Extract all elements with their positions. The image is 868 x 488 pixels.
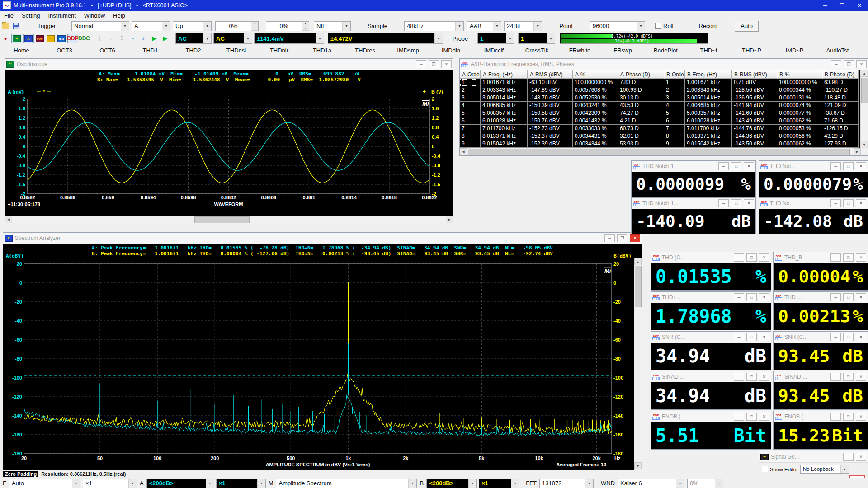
trigger-level-stepper[interactable]: 0%▲▼ xyxy=(215,21,259,31)
ddp-meter-titlebar[interactable]: DDPTHD_B─□✕ xyxy=(774,252,868,263)
column-header[interactable]: B-Phase (D) xyxy=(822,70,859,79)
minimize-button[interactable]: ─ xyxy=(718,162,729,170)
maximize-button[interactable]: □ xyxy=(746,333,757,341)
tab-frwhite[interactable]: FRwhite xyxy=(558,46,601,55)
spectrum-mode-select[interactable]: Amplitude Spectrum▼ xyxy=(276,479,417,488)
column-header[interactable]: A-Phase (D) xyxy=(618,70,664,79)
tab-bodeplot[interactable]: BodePlot xyxy=(644,46,687,55)
loopback-select[interactable]: No Loopback▼ xyxy=(800,465,849,474)
close-icon[interactable]: ✕ xyxy=(856,293,866,301)
minimize-button[interactable]: ─ xyxy=(816,0,834,11)
table-row[interactable]: 22.003343 kHz-147.89 dBV0.0057608 %100.9… xyxy=(460,86,861,94)
coupling-b-select[interactable]: AC▼ xyxy=(213,33,252,44)
tab-thd~p[interactable]: THD~P xyxy=(730,46,773,55)
menu-file[interactable]: File xyxy=(0,11,18,20)
ddp-meter-titlebar[interactable]: DDPENOB (...─□✕ xyxy=(651,411,771,422)
ddp-viewer-icon[interactable]: DDP xyxy=(67,34,78,43)
minimize-button[interactable]: ─ xyxy=(604,234,615,242)
column-header[interactable]: B-RMS (dBV) xyxy=(732,70,777,79)
ddp-meter-titlebar[interactable]: DDPTHD (C...─□✕ xyxy=(651,252,771,263)
run-indicator-icon[interactable]: ● xyxy=(0,34,10,43)
trigger-edge-select[interactable]: Up▼ xyxy=(173,21,212,31)
table-row[interactable]: 77.011700 kHz-152.73 dBV0.0033033 %60.73… xyxy=(460,125,861,132)
spectrum-titlebar[interactable]: ⌅ Spectrum Analyzer ─ ❐ ✕ xyxy=(3,233,642,244)
close-icon[interactable]: ✕ xyxy=(759,293,769,301)
maximize-button[interactable]: □ xyxy=(843,253,854,262)
minimize-button[interactable]: ─ xyxy=(830,199,841,207)
minimize-button[interactable]: ─ xyxy=(734,413,744,421)
sample-rate-select[interactable]: 48kHz▼ xyxy=(404,21,464,31)
tab-imd~p[interactable]: IMD~P xyxy=(773,46,816,55)
tab-thd2[interactable]: THD2 xyxy=(172,46,215,55)
roll-checkbox[interactable]: Roll xyxy=(655,23,673,29)
device-test-plan-icon[interactable]: Bit xyxy=(57,34,66,43)
maximize-button[interactable]: □ xyxy=(843,293,854,301)
minimize-button[interactable]: ─ xyxy=(830,293,841,301)
channels-select[interactable]: A&B▼ xyxy=(467,21,501,31)
tab-home[interactable]: Home xyxy=(0,46,43,55)
close-icon[interactable]: ✕ xyxy=(744,199,754,207)
freq-axis-mode-select[interactable]: Auto▼ xyxy=(9,479,80,488)
trigger-source-select[interactable]: A▼ xyxy=(132,21,170,31)
ddp-meter-titlebar[interactable]: DDPTHD+...─□✕ xyxy=(651,292,771,303)
range-a-select[interactable]: ±141.4mV▼ xyxy=(254,33,324,44)
close-icon[interactable]: ✕ xyxy=(759,333,769,341)
sound-output-icon[interactable]: ♪ xyxy=(138,34,148,43)
restore-button[interactable]: ❐ xyxy=(844,60,854,68)
maximize-button[interactable]: □ xyxy=(746,253,757,262)
menu-window[interactable]: Window xyxy=(80,11,109,20)
maximize-button[interactable]: □ xyxy=(731,162,741,170)
close-button[interactable]: ✕ xyxy=(851,0,868,11)
restore-button[interactable]: ❐ xyxy=(429,60,439,68)
maximize-button[interactable]: □ xyxy=(843,333,854,341)
ddp-meter-titlebar[interactable]: DDPTHD+...─□✕ xyxy=(774,292,868,303)
ddp-meter-titlebar[interactable]: DDPTHD Notch 1...─□✕ xyxy=(632,198,755,209)
column-header[interactable]: B-Order xyxy=(664,70,685,79)
ddp-meter-titlebar[interactable]: DDPENOB (...─□✕ xyxy=(774,411,868,422)
a-range-select[interactable]: <200dB>▼ xyxy=(146,479,214,488)
points-select[interactable]: 96000▼ xyxy=(590,21,645,31)
maximize-button[interactable]: □ xyxy=(746,413,757,421)
maximize-button[interactable]: □ xyxy=(843,162,854,170)
column-header[interactable]: A-% xyxy=(573,70,618,79)
table-row[interactable]: 99.015042 kHz-152.39 dBV0.0034344 %53.93… xyxy=(460,140,861,148)
scope-hscrollbar[interactable]: ◀▶ xyxy=(5,216,453,223)
column-header[interactable]: A-Order xyxy=(460,70,481,79)
maximize-button[interactable]: □ xyxy=(843,373,854,381)
tab-thdres[interactable]: THDres xyxy=(344,46,387,55)
tab-crosstlk[interactable]: CrossTlk xyxy=(515,46,558,55)
table-row[interactable]: 11.001671 kHz-63.10 dBV100.0000000 %7.83… xyxy=(460,79,861,86)
close-icon[interactable]: ✕ xyxy=(856,162,866,170)
close-icon[interactable]: ✕ xyxy=(856,373,866,381)
minimize-button[interactable]: ─ xyxy=(830,373,841,381)
ddp-meter-titlebar[interactable]: DDPSINAD ...─□✕ xyxy=(774,371,868,383)
ddp-meter-titlebar[interactable]: DDPTHD No...─□✕ xyxy=(759,198,868,209)
table-row[interactable]: 66.010028 kHz-150.76 dBV0.0041432 %4.21 … xyxy=(460,117,861,125)
tab-thd1[interactable]: THD1 xyxy=(129,46,172,55)
show-editor-checkbox[interactable]: Show Editor xyxy=(762,466,798,473)
maximize-button[interactable]: □ xyxy=(843,199,854,207)
menu-setting[interactable]: Setting xyxy=(18,11,44,20)
minimize-button[interactable]: ─ xyxy=(734,253,744,262)
spectrum-3d-plot-icon[interactable]: ≈ xyxy=(46,34,56,43)
save-file-icon[interactable] xyxy=(11,22,21,30)
minimize-button[interactable]: ─ xyxy=(718,199,729,207)
tab-imdsmp[interactable]: IMDsmp xyxy=(387,46,429,55)
harmonics-titlebar[interactable]: DDP A&B-Harmonic Frequencies, RMS, Phase… xyxy=(460,59,868,70)
oscilloscope-icon[interactable]: ~ xyxy=(11,34,22,43)
record-button[interactable]: Record xyxy=(694,21,722,31)
close-icon[interactable]: ✕ xyxy=(856,253,866,262)
multimeter-icon[interactable]: 000 xyxy=(35,34,45,43)
coupling-a-select[interactable]: AC▼ xyxy=(175,33,212,44)
column-header[interactable]: A-Freq. (Hz) xyxy=(481,70,528,79)
close-icon[interactable]: ✕ xyxy=(856,413,866,421)
harmonics-vscrollbar[interactable]: ▲▼ xyxy=(860,70,868,148)
minimize-button[interactable]: ─ xyxy=(830,162,841,170)
spectrum-analyzer-icon[interactable]: Λ xyxy=(23,34,34,43)
column-header[interactable]: B-% xyxy=(777,70,822,79)
tab-thd~f[interactable]: THD~f xyxy=(687,46,730,55)
close-icon[interactable]: ✕ xyxy=(856,453,866,461)
signal-generator-titlebar[interactable]: ~ Signal Ge... ─ ✕ xyxy=(759,451,868,463)
loop-play-icon[interactable]: ▶ xyxy=(160,34,170,43)
oscilloscope-titlebar[interactable]: ~ Oscilloscope ─ ❐ ✕ xyxy=(5,59,453,70)
